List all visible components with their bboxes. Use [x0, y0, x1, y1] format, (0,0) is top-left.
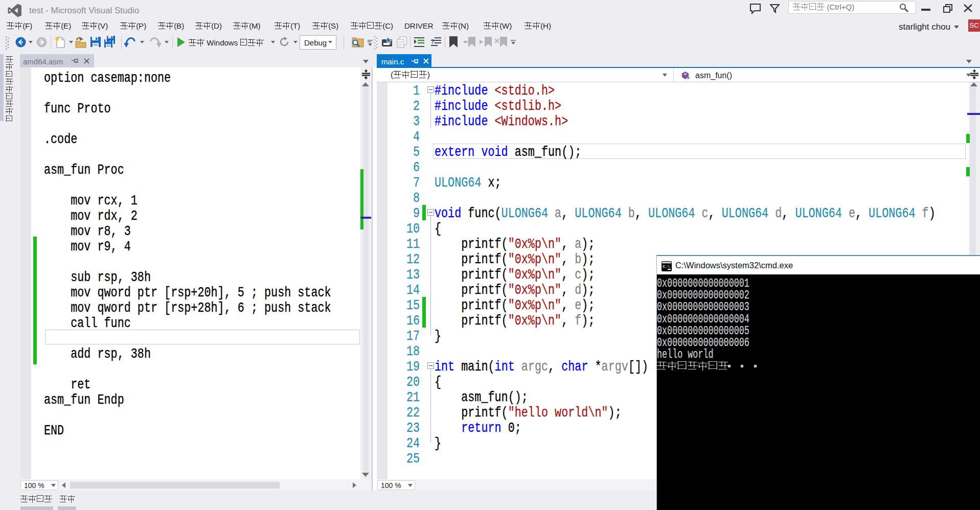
- svg-text:?: ?: [430, 38, 435, 45]
- svg-text:C:\: C:\: [663, 264, 670, 269]
